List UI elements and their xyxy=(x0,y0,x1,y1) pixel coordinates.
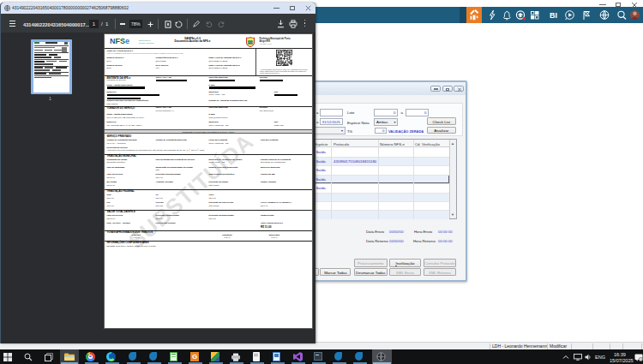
svg-text:BI: BI xyxy=(550,11,557,20)
